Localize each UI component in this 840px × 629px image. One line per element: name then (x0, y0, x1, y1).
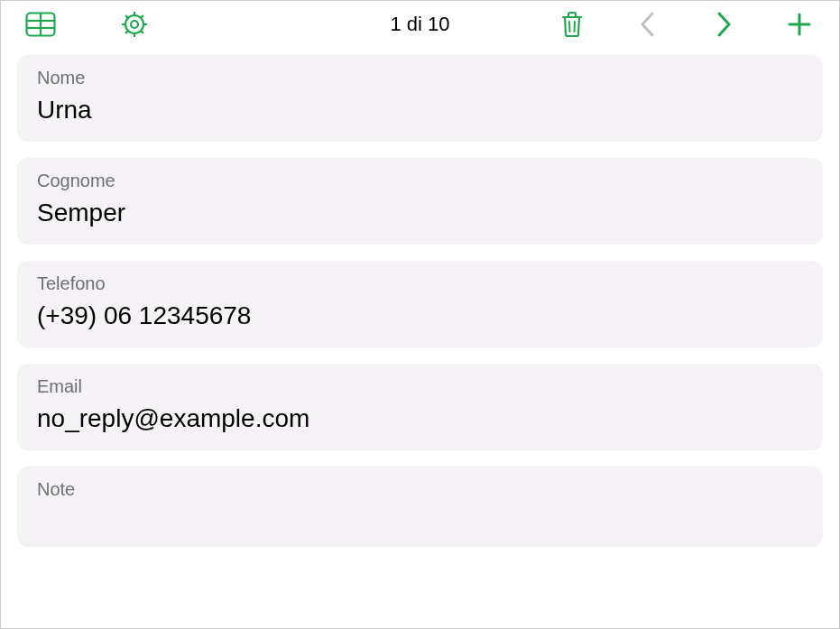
form-container: Nome Urna Cognome Semper Telefono (+39) … (1, 48, 839, 547)
record-position: 1 di 10 (390, 13, 449, 36)
svg-point-5 (131, 21, 138, 28)
field-cognome[interactable]: Cognome Semper (17, 158, 823, 245)
svg-line-12 (125, 31, 128, 33)
prev-record-button (632, 8, 664, 41)
field-value[interactable]: Urna (37, 94, 803, 125)
table-view-button[interactable] (24, 8, 57, 41)
field-value[interactable] (37, 505, 803, 531)
chevron-left-icon (639, 11, 657, 38)
gear-icon (120, 10, 149, 39)
svg-line-10 (125, 15, 128, 18)
field-label: Email (37, 376, 803, 397)
field-note[interactable]: Note (17, 467, 823, 547)
field-value[interactable]: (+39) 06 12345678 (37, 300, 803, 331)
plus-icon (787, 12, 812, 37)
toolbar-right (556, 8, 816, 41)
field-label: Note (37, 479, 803, 500)
field-label: Telefono (37, 273, 803, 294)
add-record-button[interactable] (783, 8, 816, 41)
field-value[interactable]: no_reply@example.com (37, 402, 803, 434)
svg-line-15 (575, 22, 576, 32)
svg-point-4 (125, 15, 143, 33)
field-label: Nome (37, 68, 803, 88)
svg-line-14 (569, 22, 570, 32)
delete-button[interactable] (556, 8, 588, 41)
field-value[interactable]: Semper (37, 197, 803, 228)
toolbar-left (24, 8, 151, 41)
table-icon (25, 12, 56, 37)
trash-icon (559, 10, 585, 39)
settings-button[interactable] (118, 8, 151, 41)
toolbar: 1 di 10 (1, 1, 839, 48)
field-email[interactable]: Email no_reply@example.com (17, 364, 823, 450)
field-nome[interactable]: Nome Urna (17, 55, 823, 142)
field-label: Cognome (37, 171, 803, 191)
next-record-button[interactable] (707, 8, 740, 41)
chevron-right-icon (715, 11, 733, 38)
svg-line-11 (141, 31, 143, 33)
svg-line-13 (141, 15, 143, 18)
field-telefono[interactable]: Telefono (+39) 06 12345678 (17, 261, 823, 347)
